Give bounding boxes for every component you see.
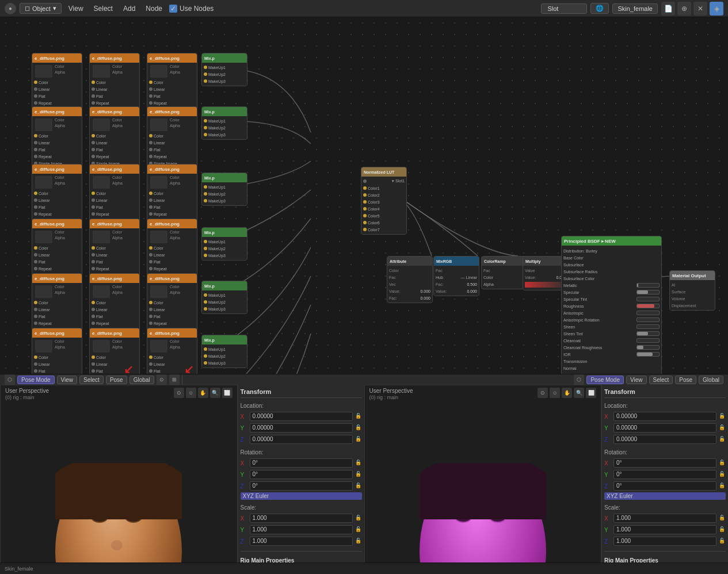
texture-node-16[interactable]: e_diffuse.png ColorAlpha Color Linear Fl… <box>32 328 82 374</box>
pose-btn-left[interactable]: Pose <box>106 376 127 384</box>
select-menu[interactable]: Select <box>90 3 116 14</box>
viewport-left[interactable]: User Perspective (0) rig : main ⊙ ☺ ✋ 🔍 … <box>0 385 238 574</box>
pose-mode-btn-right[interactable]: Pose Mode <box>586 376 624 384</box>
loc-z-input-left[interactable]: 0.00000 <box>250 435 353 444</box>
status-bar: Skin_female <box>0 562 728 574</box>
snap-icon-left[interactable]: ⊞ <box>169 374 180 385</box>
vp-left-icon1[interactable]: ⊙ <box>174 388 184 398</box>
select-btn-right[interactable]: Select <box>649 376 673 384</box>
scale-z-input-left[interactable]: 1.000 <box>250 537 353 546</box>
lock-sy-right[interactable]: 🔓 <box>719 526 726 533</box>
pose-right-icon[interactable]: ⬡ <box>574 374 584 385</box>
scale-z-input-right[interactable]: 1.000 <box>613 537 716 546</box>
vp-right-icon5[interactable]: ⬜ <box>586 388 596 398</box>
add-menu[interactable]: Add <box>120 3 139 14</box>
rot-y-input-left[interactable]: 0° <box>250 470 353 479</box>
loc-x-input-right[interactable]: 0.00000 <box>613 412 716 421</box>
location-label-left: Location: <box>241 401 362 410</box>
normalized-lut-node[interactable]: Normalized LUT ▾ Slot1 Color1 Color2 Col… <box>361 167 407 235</box>
skin-female-input[interactable]: Skin_female <box>612 3 658 14</box>
use-nodes-toggle[interactable]: ✓ Use Nodes <box>169 5 214 13</box>
view-btn-right[interactable]: View <box>626 376 647 384</box>
mode-dropdown[interactable]: ◻ Object ▾ <box>20 3 62 14</box>
loc-z-input-right[interactable]: 0.00000 <box>613 435 716 444</box>
pose-toolbar-left: ⬡ Pose Mode View Select Pose Global ⊙ ⊞ … <box>0 374 728 385</box>
lock-sz-right[interactable]: 🔓 <box>719 538 726 545</box>
lock-x-right[interactable]: 🔓 <box>719 413 726 420</box>
attribute-node[interactable]: Attribute Color Fac Vec Value:0.000 Fac:… <box>387 256 433 303</box>
texture-node-18[interactable]: e_diffuse.png ColorAlpha Color Linear Fl… <box>147 328 197 374</box>
rot-x-input-right[interactable]: 0° <box>613 458 716 468</box>
mix-node-6[interactable]: Mix.p MakeUp1 MakeUp2 MakeUp3 <box>201 335 247 368</box>
pose-btn-right[interactable]: Pose <box>675 376 696 384</box>
lock-rz-right[interactable]: 🔓 <box>719 483 726 489</box>
mix-node-3[interactable]: Mix.p MakeUp1 MakeUp2 MakeUp3 <box>201 173 247 206</box>
lock-y-right[interactable]: 🔓 <box>719 424 726 431</box>
rot-y-input-right[interactable]: 0° <box>613 470 716 479</box>
mix-node-4[interactable]: Mix.p MakeUp1 MakeUp2 MakeUp3 <box>201 227 247 261</box>
vp-left-icon4[interactable]: 🔍 <box>210 388 220 398</box>
scale-y-input-left[interactable]: 1.000 <box>250 525 353 534</box>
copy-icon[interactable]: ⊕ <box>677 2 691 16</box>
x-icon[interactable]: ✕ <box>693 2 707 16</box>
principled-bsdf-node[interactable]: Principled BSDF ▸ NEW Distribution: Burl… <box>561 236 662 374</box>
select-btn-left[interactable]: Select <box>79 376 104 384</box>
lock-sz-left[interactable]: 🔓 <box>355 538 362 545</box>
vp-right-icon4[interactable]: 🔍 <box>574 388 584 398</box>
rot-z-input-right[interactable]: 0° <box>613 481 716 491</box>
lock-z-right[interactable]: 🔓 <box>719 436 726 443</box>
mix-node-2[interactable]: Mix.p MakeUp1 MakeUp2 MakeUp3 <box>201 106 247 140</box>
lock-rz-left[interactable]: 🔓 <box>355 483 362 489</box>
loc-x-input-left[interactable]: 0.00000 <box>250 412 353 421</box>
global-btn-right[interactable]: Global <box>699 376 723 384</box>
lock-sx-right[interactable]: 🔓 <box>719 515 726 522</box>
vp-right-icon2[interactable]: ☺ <box>550 388 560 398</box>
lock-z-left[interactable]: 🔓 <box>355 436 362 443</box>
lock-ry-right[interactable]: 🔓 <box>719 471 726 478</box>
rot-x-input-left[interactable]: 0° <box>250 458 353 468</box>
lock-ry-left[interactable]: 🔓 <box>355 471 362 478</box>
vp-right-icon1[interactable]: ⊙ <box>538 388 548 398</box>
euler-select-right[interactable]: XYZ Euler <box>604 492 726 500</box>
node-menu[interactable]: Node <box>142 3 166 14</box>
vp-right-icon3[interactable]: ✋ <box>562 388 572 398</box>
loc-y-input-left[interactable]: 0.00000 <box>250 423 353 433</box>
color-ramp-node[interactable]: ColorRamp Fac Color Alpha <box>481 256 527 289</box>
global-btn-left[interactable]: Global <box>129 376 154 384</box>
slot-dropdown[interactable]: Slot <box>541 3 587 14</box>
char-face-left <box>55 463 182 574</box>
lock-rx-left[interactable]: 🔓 <box>355 460 362 466</box>
pose-left-icon[interactable]: ⬡ <box>5 374 15 385</box>
lock-x-left[interactable]: 🔓 <box>355 413 362 420</box>
loc-y-input-right[interactable]: 0.00000 <box>613 423 716 433</box>
mix-color-node-1[interactable]: MixRGB Fac Hub— Linear Fac:0.500 Value:0… <box>433 256 479 296</box>
scale-x-input-right[interactable]: 1.000 <box>613 514 716 523</box>
view-menu[interactable]: View <box>65 3 87 14</box>
lock-y-left[interactable]: 🔓 <box>355 424 362 431</box>
lock-rx-right[interactable]: 🔓 <box>719 460 726 466</box>
view-btn-left[interactable]: View <box>57 376 78 384</box>
texture-node-17[interactable]: e_diffuse.png ColorAlpha Color Linear Fl… <box>89 328 140 374</box>
mix-node-5[interactable]: Mix.p MakeUp1 MakeUp2 MakeUp3 <box>201 281 247 314</box>
mix-node-1[interactable]: Mix.p MakeUp1 MakeUp2 MakeUp3 <box>201 53 247 86</box>
material-output-node[interactable]: Material Output Al Surface Volume Displa… <box>669 270 715 311</box>
scale-x-input-left[interactable]: 1.000 <box>250 514 353 523</box>
prop-edit-icon-left[interactable]: ⊙ <box>157 374 167 385</box>
skin-female-status: Skin_female <box>5 566 33 572</box>
lock-sx-left[interactable]: 🔓 <box>355 515 362 522</box>
vp-left-icon2[interactable]: ☺ <box>186 388 196 398</box>
blender-logo-icon[interactable]: ◈ <box>710 2 723 16</box>
vp-left-icon3[interactable]: ✋ <box>198 388 208 398</box>
blender-icon[interactable]: ● <box>5 3 16 14</box>
globe-icon-area[interactable]: 🌐 <box>590 3 609 14</box>
vp-left-icon5[interactable]: ⬜ <box>222 388 232 398</box>
pose-left-controls: ⬡ Pose Mode View Select Pose Global ⊙ ⊞ <box>2 374 182 385</box>
mode-icon: ◻ <box>25 5 30 12</box>
viewport-right[interactable]: User Perspective (0) rig : main ⊙ ☺ ✋ 🔍 … <box>364 385 602 574</box>
pose-mode-btn-left[interactable]: Pose Mode <box>17 376 55 384</box>
scale-y-input-right[interactable]: 1.000 <box>613 525 716 534</box>
rot-z-input-left[interactable]: 0° <box>250 481 353 491</box>
euler-select-left[interactable]: XYZ Euler <box>241 492 362 500</box>
lock-sy-left[interactable]: 🔓 <box>355 526 362 533</box>
doc-icon[interactable]: 📄 <box>661 2 675 16</box>
